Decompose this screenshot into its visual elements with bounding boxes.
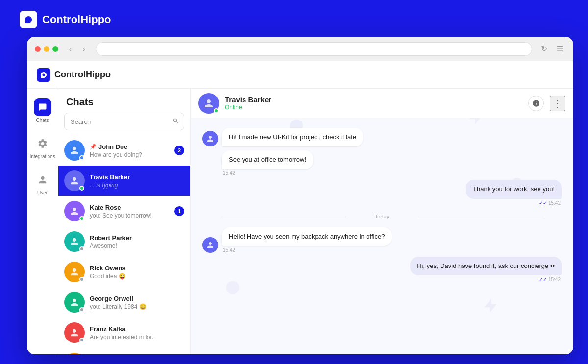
contact-name: George Orwell bbox=[90, 295, 133, 302]
chat-window-status: Online bbox=[225, 104, 522, 111]
browser-menu-button[interactable]: ☰ bbox=[554, 43, 565, 55]
top-bar-logo: ControlHippo bbox=[20, 11, 111, 28]
chat-name-row: George Orwell bbox=[90, 295, 184, 302]
chat-preview: ... is typing bbox=[90, 182, 184, 189]
chat-preview: How are you doing? bbox=[90, 151, 170, 158]
browser-refresh-button[interactable]: ↻ bbox=[538, 43, 550, 55]
browser-chrome: ‹ › ↻ ☰ bbox=[27, 37, 573, 61]
chat-window-actions: ⋮ bbox=[528, 96, 565, 111]
sidebar-user-label: User bbox=[37, 190, 48, 195]
chat-list-item[interactable]: Robert Parker Awesome! bbox=[58, 226, 190, 257]
chat-preview: Are you interested in for.. bbox=[90, 334, 184, 340]
chat-name-row: Franz Kafka bbox=[90, 325, 184, 333]
chats-icon bbox=[34, 98, 51, 116]
svg-point-0 bbox=[27, 18, 30, 21]
message-outgoing: Hi, yes, David have found it, ask our co… bbox=[410, 257, 562, 282]
search-input[interactable] bbox=[64, 113, 184, 130]
chat-list-item[interactable]: Tom Hardy Smells like design spirit.. bbox=[58, 348, 190, 354]
chat-info: Rick Owens Good idea 😜 bbox=[90, 265, 184, 280]
message-with-avatar: Hello! Have you seen my backpack anywher… bbox=[202, 227, 392, 253]
message-time: 15:42 bbox=[222, 170, 313, 176]
sender-avatar bbox=[202, 237, 218, 253]
avatar-wrapper bbox=[64, 262, 85, 282]
sidebar-item-integrations[interactable]: Integrations bbox=[30, 131, 55, 163]
integrations-icon bbox=[34, 135, 51, 152]
contact-name: Robert Parker bbox=[90, 234, 132, 242]
chat-list-item[interactable]: Rick Owens Good idea 😜 bbox=[58, 257, 190, 287]
message-with-avatar: Hi! I made new UI-Kit for project, check… bbox=[202, 128, 363, 146]
message-text: Hello! Have you seen my backpack anywher… bbox=[222, 227, 392, 246]
message-text: Thank you for work, see you! bbox=[466, 180, 562, 198]
svg-point-1 bbox=[43, 73, 45, 76]
chat-name-row: Rick Owens bbox=[90, 265, 184, 272]
minimize-button[interactable] bbox=[44, 46, 49, 52]
message-with-avatar: See you at office tomorrow! 15:42 bbox=[202, 150, 313, 176]
chat-preview: you: See you tomorrow! bbox=[90, 212, 170, 219]
top-bar-brand-name: ControlHippo bbox=[42, 13, 111, 26]
bubble-wrap: Hi! I made new UI-Kit for project, check… bbox=[222, 128, 363, 146]
chat-list: 📌 John Doe How are you doing? 2 Travis B… bbox=[58, 135, 190, 354]
chat-list-item[interactable]: Kate Rose you: See you tomorrow! 1 bbox=[58, 196, 190, 226]
status-dot bbox=[79, 216, 84, 221]
contact-online-dot bbox=[214, 108, 219, 113]
more-options-button[interactable]: ⋮ bbox=[550, 96, 565, 111]
address-bar[interactable] bbox=[96, 42, 532, 56]
app-outer: ControlHippo ‹ › ↻ ☰ bbox=[0, 0, 588, 364]
avatar-wrapper bbox=[64, 353, 85, 354]
bubble-wrap: See you at office tomorrow! 15:42 bbox=[222, 150, 313, 176]
search-wrapper bbox=[64, 113, 184, 130]
message-outgoing: Thank you for work, see you! ✓✓ 15:42 bbox=[466, 180, 562, 205]
status-dot bbox=[79, 307, 84, 312]
sidebar-item-chats[interactable]: Chats bbox=[30, 95, 55, 127]
status-dot bbox=[79, 338, 84, 342]
search-icon[interactable] bbox=[172, 118, 179, 126]
avatar-wrapper bbox=[64, 231, 85, 252]
message-incoming: See you at office tomorrow! 15:42 bbox=[202, 150, 313, 176]
status-dot bbox=[79, 186, 84, 191]
chat-name-row: Robert Parker bbox=[90, 234, 184, 242]
chat-list-item[interactable]: Franz Kafka Are you interested in for.. bbox=[58, 317, 190, 348]
read-receipt-icon: ✓✓ bbox=[539, 277, 547, 282]
chat-list-panel: Chats bbox=[58, 89, 191, 354]
unread-badge: 2 bbox=[174, 146, 184, 155]
main-layout: Chats Integrations bbox=[27, 89, 573, 354]
chat-info: George Orwell you: Literally 1984 😄 bbox=[90, 295, 184, 310]
traffic-lights bbox=[35, 46, 58, 52]
chat-preview: Good idea 😜 bbox=[90, 273, 184, 280]
chat-list-item[interactable]: 📌 John Doe How are you doing? 2 bbox=[58, 135, 190, 166]
chat-window: Travis Barker Online ⋮ bbox=[191, 89, 573, 354]
message-text: Hi! I made new UI-Kit for project, check… bbox=[222, 128, 363, 146]
message-time: 15:42 bbox=[222, 247, 392, 253]
chat-list-item[interactable]: George Orwell you: Literally 1984 😄 bbox=[58, 287, 190, 317]
chats-heading: Chats bbox=[58, 89, 190, 113]
chat-preview: you: Literally 1984 😄 bbox=[90, 303, 184, 310]
message-text: See you at office tomorrow! bbox=[222, 150, 313, 169]
chat-contact-avatar-wrapper bbox=[198, 93, 219, 114]
user-icon bbox=[34, 171, 51, 189]
browser-back-button[interactable]: ‹ bbox=[64, 43, 76, 55]
browser-forward-button[interactable]: › bbox=[78, 43, 90, 55]
avatar-wrapper bbox=[64, 140, 85, 161]
message-text: Hi, yes, David have found it, ask our co… bbox=[410, 257, 562, 275]
time-value: 15:42 bbox=[548, 200, 561, 206]
search-area bbox=[58, 113, 190, 135]
info-button[interactable] bbox=[528, 96, 544, 111]
chat-list-item[interactable]: Travis Barker ... is typing bbox=[58, 166, 190, 196]
unread-badge: 1 bbox=[174, 206, 184, 216]
message-incoming: Hello! Have you seen my backpack anywher… bbox=[202, 227, 392, 253]
status-dot bbox=[79, 277, 84, 282]
chat-info: Robert Parker Awesome! bbox=[90, 234, 184, 249]
top-bar-logo-icon bbox=[20, 11, 37, 28]
date-divider: Today bbox=[202, 210, 562, 223]
message-time: ✓✓ 15:42 bbox=[410, 277, 562, 282]
pin-icon: 📌 bbox=[90, 144, 97, 150]
close-button[interactable] bbox=[35, 46, 41, 52]
app-header: ControlHippo bbox=[27, 61, 573, 89]
read-receipt-icon: ✓✓ bbox=[539, 200, 547, 206]
messages-area: Hi! I made new UI-Kit for project, check… bbox=[191, 118, 573, 354]
chat-window-info: Travis Barker Online bbox=[225, 96, 522, 111]
maximize-button[interactable] bbox=[52, 46, 58, 52]
top-bar: ControlHippo bbox=[0, 0, 588, 39]
chat-name-row: 📌 John Doe bbox=[90, 143, 170, 150]
sidebar-item-user[interactable]: User bbox=[30, 167, 55, 199]
